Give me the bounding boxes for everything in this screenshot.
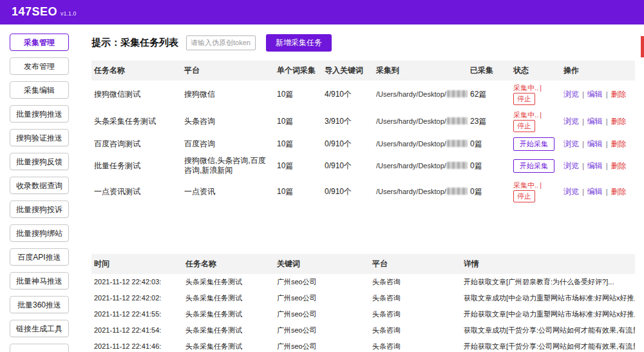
log-time: 2021-11-12 22:41:46:: [91, 338, 183, 352]
log-time: 2021-11-12 22:42:02:: [91, 290, 183, 306]
task-platform: 一点资讯: [182, 178, 274, 205]
tasks-table-body: 搜狗微信测试搜狗微信10篇4/910个/Users/hardy/Desktop/…: [91, 81, 635, 205]
task-save-path: /Users/hardy/Desktop/: [374, 135, 468, 153]
edit-link[interactable]: 编辑: [587, 161, 603, 170]
task-save-path: /Users/hardy/Desktop/: [374, 153, 468, 178]
sidebar-item-partial[interactable]: [10, 344, 69, 352]
sidebar-item-6[interactable]: 收录数据查询: [10, 177, 69, 194]
task-name: 批量任务测试: [91, 153, 182, 178]
edit-link[interactable]: 编辑: [587, 187, 603, 196]
task-per-keyword: 10篇: [274, 81, 322, 108]
layout: 采集管理发布管理采集编辑批量搜狗推送搜狗验证推送批量搜狗反馈收录数据查询批量搜狗…: [0, 24, 644, 352]
edit-link[interactable]: 编辑: [587, 117, 603, 126]
log-table-body: 2021-11-12 22:42:03:头条采集任务测试广州seo公司头条咨询开…: [91, 274, 635, 352]
redacted-path: [447, 90, 468, 97]
log-detail: 开始获取文章[干货分享:公司网站如何才能有效果,有流量,有访客...: [461, 338, 635, 352]
view-link[interactable]: 浏览: [564, 187, 579, 196]
task-platform: 百度咨询: [182, 135, 274, 153]
delete-link[interactable]: 删除: [611, 161, 627, 170]
sidebar-item-9[interactable]: 百度API推送: [10, 248, 69, 266]
sidebar-item-11[interactable]: 批量360推送: [10, 296, 69, 313]
log-table-head-row: 时间任务名称关键词平台详情: [91, 254, 635, 274]
action-separator: ｜: [603, 162, 611, 170]
action-separator: ｜: [603, 140, 611, 148]
task-platform: 头条咨询: [182, 108, 274, 135]
log-keyword: 广州seo公司: [274, 322, 370, 338]
log-task-name: 头条采集任务测试: [183, 322, 274, 338]
log-keyword: 广州seo公司: [274, 306, 370, 322]
sidebar-item-3[interactable]: 批量搜狗推送: [10, 105, 69, 122]
task-collected: 0篇: [468, 178, 511, 205]
token-input[interactable]: [186, 35, 256, 50]
task-save-path: /Users/hardy/Desktop/: [374, 178, 468, 205]
delete-link[interactable]: 删除: [611, 187, 627, 196]
task-status: 采集中..|停止: [511, 108, 561, 135]
log-detail: 获取文章成功[中企动力重塑网站市场标准:好网站x好推广=好效果]...: [461, 290, 635, 306]
column-header: 任务名称: [91, 61, 182, 81]
task-actions: 浏览｜编辑｜删除: [561, 153, 635, 178]
redacted-path: [447, 188, 468, 195]
status-running-label: 采集中..: [513, 84, 538, 92]
task-status: 开始采集: [511, 135, 561, 153]
action-separator: ｜: [580, 117, 587, 125]
task-row: 搜狗微信测试搜狗微信10篇4/910个/Users/hardy/Desktop/…: [91, 81, 635, 108]
edit-link[interactable]: 编辑: [587, 90, 603, 99]
task-imported: 0/910个: [322, 135, 374, 153]
status-separator: |: [540, 181, 542, 189]
action-separator: ｜: [580, 188, 587, 195]
sidebar-item-5[interactable]: 批量搜狗反馈: [10, 153, 69, 170]
column-header: 时间: [91, 254, 183, 274]
log-platform: 头条咨询: [370, 290, 461, 306]
log-platform: 头条咨询: [370, 274, 461, 290]
sidebar-item-8[interactable]: 批量搜狗绑站: [10, 224, 69, 242]
task-save-path: /Users/hardy/Desktop/: [374, 108, 468, 135]
task-actions: 浏览｜编辑｜删除: [561, 135, 635, 153]
task-actions: 浏览｜编辑｜删除: [561, 81, 635, 108]
status-separator: |: [540, 84, 542, 92]
task-collected: 0篇: [468, 135, 511, 153]
column-header: 详情: [461, 254, 635, 274]
view-link[interactable]: 浏览: [564, 139, 579, 148]
stop-button[interactable]: 停止: [513, 120, 535, 132]
task-collected: 23篇: [468, 108, 511, 135]
app-version: v1.1.0: [61, 10, 77, 17]
stop-button[interactable]: 停止: [513, 190, 535, 202]
start-collect-button[interactable]: 开始采集: [513, 137, 554, 151]
task-imported: 0/910个: [322, 178, 374, 205]
column-header: 已采集: [468, 61, 511, 81]
status-separator: |: [540, 111, 542, 119]
log-keyword: 广州seo公司: [274, 338, 370, 352]
sidebar-item-7[interactable]: 批量搜狗投诉: [10, 200, 69, 218]
action-separator: ｜: [603, 117, 611, 125]
stop-button[interactable]: 停止: [513, 93, 535, 105]
view-link[interactable]: 浏览: [564, 90, 579, 99]
log-platform: 头条咨询: [370, 306, 461, 322]
delete-link[interactable]: 删除: [611, 117, 627, 126]
status-running-label: 采集中..: [513, 181, 538, 189]
view-link[interactable]: 浏览: [564, 161, 579, 170]
add-task-button[interactable]: 新增采集任务: [266, 34, 332, 52]
sidebar-item-0[interactable]: 采集管理: [10, 34, 69, 51]
sidebar-item-2[interactable]: 采集编辑: [10, 81, 69, 99]
task-status: 采集中..|停止: [511, 178, 561, 205]
log-task-name: 头条采集任务测试: [183, 274, 274, 290]
sidebar-item-1[interactable]: 发布管理: [10, 57, 69, 75]
log-time: 2021-11-12 22:42:03:: [91, 274, 183, 290]
sidebar-item-4[interactable]: 搜狗验证推送: [10, 129, 69, 146]
log-row: 2021-11-12 22:41:55:头条采集任务测试广州seo公司头条咨询开…: [91, 306, 635, 322]
sidebar-item-12[interactable]: 链接生成工具: [10, 320, 69, 337]
app-header: 147SEO v1.1.0: [0, 0, 644, 24]
delete-link[interactable]: 删除: [611, 139, 627, 148]
scrollbar-thumb[interactable]: [641, 36, 644, 57]
view-link[interactable]: 浏览: [564, 117, 579, 126]
log-platform: 头条咨询: [370, 338, 461, 352]
redacted-path: [447, 117, 468, 124]
start-collect-button[interactable]: 开始采集: [513, 159, 554, 173]
edit-link[interactable]: 编辑: [587, 139, 603, 148]
task-per-keyword: 10篇: [274, 153, 322, 178]
task-name: 搜狗微信测试: [91, 81, 182, 108]
task-row: 批量任务测试搜狗微信,头条咨询,百度咨询,新浪新闻10篇0/910个/Users…: [91, 153, 635, 178]
log-detail: 获取文章成功[干货分享:公司网站如何才能有效果,有流量,有访客...: [461, 322, 635, 338]
delete-link[interactable]: 删除: [611, 90, 627, 99]
sidebar-item-10[interactable]: 批量神马推送: [10, 272, 69, 289]
